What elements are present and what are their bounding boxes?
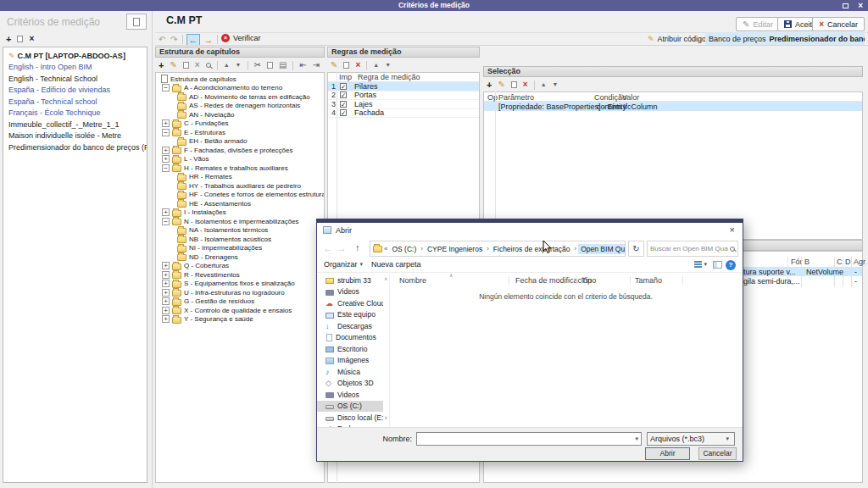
add-chapter-icon[interactable]: + [159,60,164,70]
rule-row[interactable]: 4✓Fachada [328,109,479,119]
move-up-icon[interactable]: ▲ [224,60,230,70]
expand-icon[interactable]: + [162,280,170,287]
arrow-left-button[interactable]: ← [186,34,200,46]
rule-checkbox[interactable]: ✓ [340,92,347,98]
search-input[interactable]: Buscar en Open BIM Quantities [647,241,738,257]
outdent-icon[interactable]: ⇤ [299,60,306,70]
tree-item[interactable]: HY - Trabalhos auxiliares de pedreiro [156,181,324,191]
tree-item[interactable]: NA - Isolamentos térmicos [156,226,324,236]
help-icon[interactable]: ? [726,260,736,270]
tree-item[interactable]: HE - Assentamentos [156,199,324,208]
column-fecha[interactable]: Fecha de modificación [515,276,592,285]
sidebar-item[interactable]: ☁Creative Cloud Fil [317,297,383,309]
tree-item[interactable]: +Y - Segurança e saúde [156,315,324,324]
rule-checkbox[interactable]: ✓ [340,101,347,108]
abrir-button[interactable]: Abrir [645,447,690,460]
expand-icon[interactable]: + [162,262,170,269]
tree-item[interactable]: −A - Acondicionamento do terreno [156,84,324,93]
tree-item[interactable]: −E - Estruturas [156,128,324,137]
column-tipo[interactable]: Tipo [581,276,596,285]
rule-checkbox[interactable]: ✓ [340,83,347,90]
tree-item[interactable]: NB - Isolamentos acústicos [156,235,324,244]
new-file-button[interactable] [126,14,147,30]
preview-pane-icon[interactable] [713,261,722,269]
sidebar-item[interactable]: Disco local (E:) [317,412,383,424]
cancelar-button[interactable]: × Cancelar [812,17,865,31]
nav-back-icon[interactable]: ← [323,242,333,254]
tree-item[interactable]: +I - Instalações [156,208,324,218]
dialog-cancelar-button[interactable]: Cancelar [698,447,737,460]
sidebar-item[interactable]: OS (C:) [317,401,383,413]
tree-item[interactable]: +F - Fachadas, divisões e protecções [156,146,324,155]
tree-item[interactable]: −N - Isolamentos e impermeabilizações [156,217,324,226]
tree-item[interactable]: AN - Nivelação [156,110,324,119]
tree-item[interactable]: +X - Controlo de qualidade e ensaios [156,306,324,315]
rule-row[interactable]: 1✓Pilares [328,82,479,92]
rule-up-icon[interactable]: ▲ [373,60,379,70]
expand-icon[interactable]: + [162,155,170,163]
cut-icon[interactable]: ✂ [254,60,261,70]
tree-item[interactable]: +U - Infra-estruturas no logradouro [156,288,324,297]
breadcrumb-item[interactable]: Ficheiros de exportação [491,244,573,254]
sidebar-item[interactable]: ↓Descargas [317,320,383,332]
tree-item[interactable]: −H - Remates e trabalhos auxiliares [156,164,324,173]
expand-icon[interactable]: + [162,147,170,154]
collapse-icon[interactable]: − [162,129,170,136]
rule-row[interactable]: 3✓Lajes [328,100,479,109]
nav-forward-icon[interactable]: → [337,242,347,254]
copy-rule-icon[interactable] [343,62,349,69]
view-mode-button[interactable]: ▾ [694,261,707,268]
rule-down-icon[interactable]: ▼ [385,60,391,70]
breadcrumb-item[interactable]: OS (C:) [389,244,419,254]
expand-icon[interactable]: + [162,315,170,323]
copy2-icon[interactable] [267,62,273,69]
tree-item[interactable]: HF - Conetes e forros de elementos estru… [156,191,324,200]
criteria-item[interactable]: Français - École Technique [3,108,147,119]
tree-item[interactable]: EH - Betão armado [156,137,324,147]
column-nombre[interactable]: Nombre [399,276,426,285]
tree-item[interactable]: +G - Gestão de resíduos [156,297,324,307]
delete-chapter-icon[interactable]: × [195,60,200,70]
criteria-item[interactable]: English - Intro Open BIM [3,62,147,74]
tree-item[interactable]: ND - Drenagens [156,252,324,262]
expand-icon[interactable]: + [162,271,170,279]
tree-item[interactable]: HR - Remates [156,173,324,182]
delete-rule-icon[interactable]: × [355,60,360,70]
paste-icon[interactable]: ▤ [279,60,287,70]
delete-icon[interactable]: × [29,34,34,44]
refresh-button[interactable]: ↻ [628,241,644,257]
sidebar-item[interactable]: Imágenes [317,355,383,367]
expand-icon[interactable]: + [162,119,170,127]
edit-rule-icon[interactable]: ✎ [331,60,337,70]
search-chapter-icon[interactable] [206,63,211,68]
expand-icon[interactable]: + [162,289,170,297]
nav-up-icon[interactable]: ↑ [355,242,360,252]
tree-item[interactable]: +R - Revestimentos [156,270,324,280]
scroll-down-icon[interactable]: ∨ [384,414,387,420]
add-icon[interactable]: + [6,34,11,44]
rule-row[interactable]: 2✓Portas [328,92,479,101]
expand-icon[interactable]: + [162,208,170,216]
copy-icon[interactable] [17,36,23,42]
tree-item[interactable]: +C - Fundações [156,119,324,129]
sidebar-item[interactable]: Este equipo [317,309,383,321]
filename-dropdown-icon[interactable]: ▾ [632,435,641,442]
rule-checkbox[interactable]: ✓ [340,109,347,116]
tree-root[interactable]: Estrutura de capítulos [156,75,324,84]
criteria-item[interactable]: Maison individuelle isolée - Metre [3,130,147,142]
verificar-button[interactable]: × Verificar [221,34,261,42]
arrow-right-button[interactable]: → [202,34,215,46]
criteria-item[interactable]: España - Technical school [3,96,147,108]
criteria-item[interactable]: ✎C.M PT [LAPTOP-ABDOO-AS] [3,50,147,62]
move-down-icon[interactable]: ▼ [236,60,242,70]
close-icon[interactable]: × [858,1,863,11]
criteria-item[interactable]: Predimensionador do banco de preços (PT) [3,141,147,153]
breadcrumb-item[interactable]: CYPE Ingenieros [425,244,485,254]
organizar-menu[interactable]: Organizar ▾ [324,260,363,269]
sidebar-item[interactable]: strubim 33 [317,274,383,286]
collapse-icon[interactable]: − [162,84,170,92]
sidebar-item[interactable]: Documentos [317,332,383,344]
criteria-item[interactable]: English - Technical School [3,73,147,85]
sidebar-item[interactable]: Escritorio [317,343,383,355]
sidebar-item[interactable]: Videos [317,389,383,401]
